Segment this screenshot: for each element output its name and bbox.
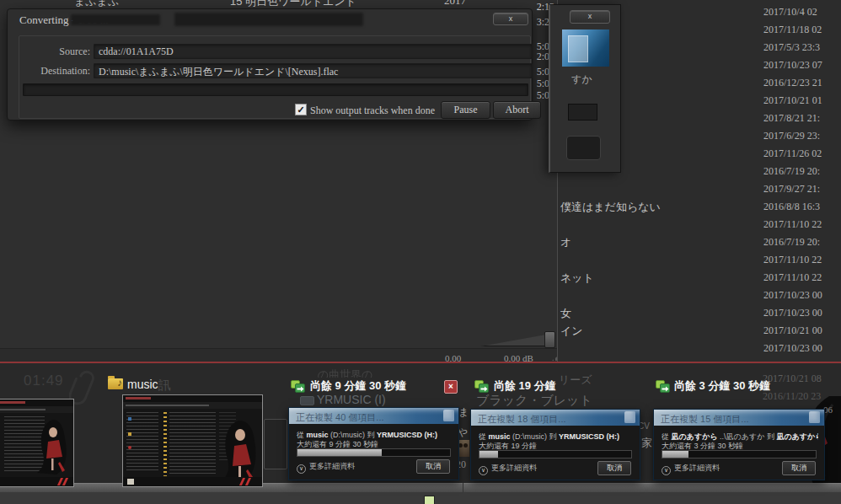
library-row-date: 2017/10/21 01 xyxy=(763,94,822,107)
side-dialog-button[interactable] xyxy=(566,136,601,160)
cancel-button[interactable]: 取消 xyxy=(597,461,631,475)
library-row-date: 2017/11/26 02 xyxy=(763,147,822,160)
library-row-date: 2016/7/19 20: xyxy=(763,236,820,249)
clock-ghost: 01:49 xyxy=(24,373,64,389)
copy-dialog-title: 正在複製 15 個項目... xyxy=(661,413,749,426)
background-text-ghost: の曲世界の xyxy=(318,367,373,378)
drive-label-ghost: YRMUSIC (I) xyxy=(317,393,386,406)
thumb-file-list xyxy=(169,412,216,476)
copy-flyout-header[interactable]: 尚餘 19 分鐘 xyxy=(494,378,556,394)
taskbar-progress-chip[interactable] xyxy=(424,496,435,504)
library-row-date: 2016/8/8 16:3 xyxy=(763,201,820,213)
preview-title: music xyxy=(127,378,158,391)
library-row-title: ネット xyxy=(560,271,594,286)
playlist-top-row[interactable]: まふまふ 15 明日色ワールドエンド 2017 xyxy=(0,0,556,8)
library-row[interactable]: 僕達はまだ知らない2016/8/8 16:3 xyxy=(558,198,841,216)
folder-ghost-icon xyxy=(443,410,454,421)
dim-title-fragment: リーズ xyxy=(559,373,592,388)
library-row[interactable]: イン2017/10/21 00 xyxy=(558,322,841,340)
library-row[interactable]: ネット2017/11/10 22 xyxy=(558,269,841,287)
nav-icon-dot xyxy=(128,417,131,421)
pause-button[interactable]: Pause xyxy=(441,101,490,119)
more-details-toggle[interactable]: ∨更多詳細資料 xyxy=(479,463,537,475)
more-details-toggle[interactable]: ∨更多詳細資料 xyxy=(662,463,720,475)
library-row-date: 2017/10/23 00 xyxy=(763,342,822,355)
drive-icon-ghost xyxy=(300,396,314,405)
volume-slider-handle[interactable] xyxy=(544,331,555,348)
cover-thumbnail xyxy=(562,29,609,67)
copy-progress-fill xyxy=(297,449,382,456)
close-button[interactable]: x xyxy=(493,13,528,25)
copy-progress-bar xyxy=(479,450,632,458)
copy-flyout-header[interactable]: 尚餘 3 分鐘 30 秒鐘 xyxy=(674,378,770,394)
folder-ghost-icon xyxy=(624,411,635,423)
anime-character-art xyxy=(217,417,261,485)
explorer-thumbnail-2[interactable] xyxy=(122,394,263,487)
folder-icon-column xyxy=(163,412,167,476)
copy-files-icon xyxy=(291,380,305,396)
library-row-date: 2017/11/18 02 xyxy=(763,24,822,36)
side-dialog: x すか xyxy=(549,4,621,173)
cancel-button[interactable]: 取消 xyxy=(416,459,450,474)
side-dialog-button[interactable] xyxy=(568,104,597,121)
library-row-title: 僕達はまだ知らない xyxy=(560,200,661,215)
copy-files-icon xyxy=(474,380,489,396)
dim-date-row: 2017/10/21 08 xyxy=(763,373,822,385)
nav-icon-dot xyxy=(128,446,131,449)
playlist-artist: まふまふ xyxy=(74,0,119,8)
dim-date-row: 2016/11/20 23 xyxy=(763,390,821,403)
screen: まふまふ 15 明日色ワールドエンド 2017 2:133:265:002:07… xyxy=(0,0,841,504)
library-row[interactable]: 2017/11/10 22 xyxy=(558,216,841,233)
thumb-menubar xyxy=(0,406,73,413)
library-row[interactable]: 女2017/10/23 00 xyxy=(558,304,841,322)
copy-dialog-titlebar[interactable]: 正在複製 18 個項目... xyxy=(471,410,640,426)
library-row-date: 2016/12/23 21 xyxy=(763,77,822,89)
copy-progress-fill xyxy=(662,451,688,458)
copy-dialog-titlebar[interactable]: 正在複製 40 個項目... xyxy=(289,408,458,424)
copy-progress-fill xyxy=(479,451,498,458)
library-row-title: 女 xyxy=(560,306,571,321)
background-char-fragment: 家 xyxy=(641,436,652,451)
thumb-titlebar xyxy=(123,395,262,402)
chevron-down-icon: ∨ xyxy=(297,464,306,474)
library-row[interactable]: 2017/9/27 21: xyxy=(558,180,841,198)
taskbar-lower-strip xyxy=(0,492,841,504)
thumb-titlebar xyxy=(0,399,73,406)
library-row-date: 2017/5/3 23:3 xyxy=(763,41,820,54)
background-frame-fragment xyxy=(264,419,287,469)
red-logo-mark xyxy=(239,478,245,485)
source-field[interactable]: cdda://01A1A75D xyxy=(94,44,533,59)
volume-slider[interactable] xyxy=(480,335,546,346)
destination-field[interactable]: D:\music\まふまふ\明日色ワールドエンド\[Nexus].flac xyxy=(94,63,533,78)
copy-files-icon xyxy=(656,380,670,396)
anime-character-art xyxy=(35,418,70,477)
library-row-date: 2017/6/29 23: xyxy=(763,130,820,142)
library-row[interactable]: オ2016/7/19 20: xyxy=(558,233,841,251)
library-row-date: 2017/11/10 22 xyxy=(763,218,822,231)
explorer-thumbnail-1[interactable] xyxy=(0,399,74,487)
library-row-date: 2017/9/27 21: xyxy=(763,183,820,196)
cancel-button[interactable]: 取消 xyxy=(782,461,816,475)
thumb-status-icon xyxy=(127,479,134,485)
thumb-nav-pane xyxy=(126,412,158,473)
close-notification-icon[interactable]: × xyxy=(444,380,458,394)
show-output-checkbox[interactable]: ✓ xyxy=(295,104,307,115)
close-button[interactable]: x xyxy=(570,10,610,24)
copy-dialog-titlebar[interactable]: 正在複製 15 個項目... xyxy=(654,410,824,426)
abort-button[interactable]: Abort xyxy=(493,101,541,119)
background-char-fragment: ま xyxy=(458,405,469,420)
thumb-menubar xyxy=(123,402,262,409)
copy-flyout-header[interactable]: 尚餘 9 分鐘 30 秒鐘 xyxy=(310,378,406,394)
library-row-date: 2017/10/23 07 xyxy=(763,59,822,72)
copy-dialog-1: 正在複製 40 個項目... 從 music (D:\music) 到 YRMU… xyxy=(288,407,459,480)
more-details-toggle[interactable]: ∨更多詳細資料 xyxy=(297,461,355,474)
library-row[interactable]: 2017/10/23 00 xyxy=(558,340,841,357)
library-row-title: オ xyxy=(560,235,571,250)
library-row[interactable]: 2017/11/10 22 xyxy=(558,251,841,269)
thumb-statusbar xyxy=(0,477,73,486)
library-row-date: 2017/11/10 22 xyxy=(763,254,822,266)
library-row[interactable]: 2017/10/23 00 xyxy=(558,287,841,304)
censored-area xyxy=(71,14,160,25)
destination-label: Destination: xyxy=(19,65,90,78)
library-row-date: 2017/8/21 21: xyxy=(763,112,820,125)
